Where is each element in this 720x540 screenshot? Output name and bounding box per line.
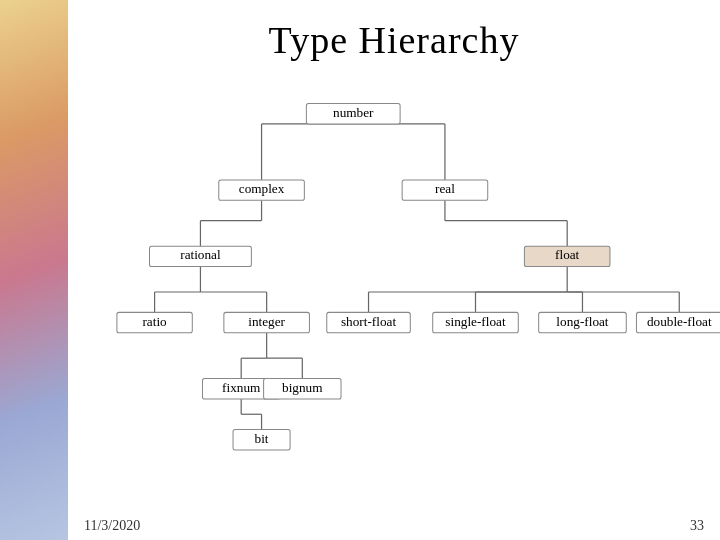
footer-page: 33 xyxy=(690,518,704,534)
footer-date: 11/3/2020 xyxy=(84,518,140,534)
node-bignum: bignum xyxy=(282,380,323,395)
node-single-float: single-float xyxy=(445,314,506,329)
node-long-float: long-float xyxy=(556,314,609,329)
node-short-float: short-float xyxy=(341,314,396,329)
node-complex: complex xyxy=(239,181,285,196)
main-content: Type Hierarchy xyxy=(68,0,720,540)
node-real: real xyxy=(435,181,455,196)
decorative-sidebar xyxy=(0,0,68,540)
node-ratio: ratio xyxy=(142,314,167,329)
hierarchy-diagram: number complex real rational float ratio… xyxy=(68,72,720,512)
footer: 11/3/2020 33 xyxy=(68,512,720,540)
page-title: Type Hierarchy xyxy=(68,0,720,72)
node-rational: rational xyxy=(180,247,221,262)
node-bit: bit xyxy=(255,431,269,446)
node-double-float: double-float xyxy=(647,314,712,329)
node-number: number xyxy=(333,105,374,120)
node-float: float xyxy=(555,247,580,262)
node-integer: integer xyxy=(248,314,285,329)
node-fixnum: fixnum xyxy=(222,380,261,395)
